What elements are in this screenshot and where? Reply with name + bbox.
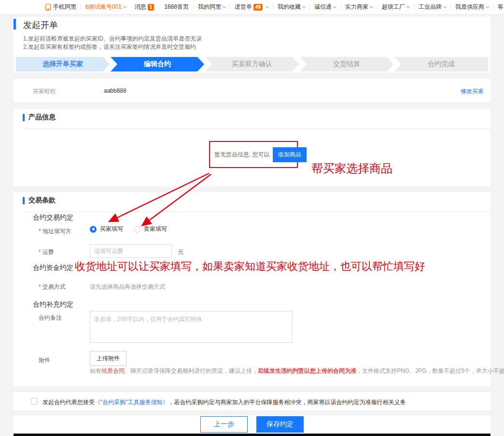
divider	[23, 128, 490, 129]
required-mark: *	[39, 228, 41, 235]
nav-link-home[interactable]: 1688首页	[160, 3, 193, 11]
instruction-line-1: 1.发起前请检查被发起的买家ID、合约事项的约定及货品清单是否无误	[23, 35, 202, 43]
bottom-black-bar	[14, 434, 490, 436]
nav-link-purchase-cart[interactable]: 进货单49	[230, 3, 273, 11]
message-count-badge: 1	[148, 4, 154, 11]
nav-link-super-factory[interactable]: 超级工厂	[378, 3, 414, 11]
nav-link-service-center[interactable]: 客服中心	[493, 3, 504, 11]
address-filler-label: *地址填写方	[39, 227, 71, 236]
radio-unselected-icon	[134, 226, 140, 233]
radio-seller-fill-label: 卖家填写	[144, 225, 167, 233]
nav-link-my-ali[interactable]: 我的阿里	[194, 3, 230, 11]
pay-method-label: *交易方式	[39, 283, 66, 291]
upload-hint-part: 如有	[90, 367, 101, 374]
chevron-down-icon	[266, 4, 269, 8]
chevron-down-icon	[333, 4, 336, 8]
fund-agreement-group-label: 合约资金约定	[33, 264, 73, 272]
nav-link-strength-merchant[interactable]: 实力商家	[341, 3, 377, 11]
annotation-address-note: 收货地址可以让买家填写，如果卖家知道买家收货地址，也可以帮忙填写好	[75, 259, 425, 274]
navbar-left-group: 手机阿里 b测试账号001 消息 1	[41, 3, 160, 11]
step-select-buyer[interactable]: 选择开单买家	[16, 57, 110, 71]
chevron-down-icon	[223, 4, 226, 8]
nav-link-favorites[interactable]: 我的收藏	[273, 3, 309, 11]
remark-label: 合约备注	[39, 314, 62, 322]
buyer-card: 买家旺旺 aabb888 修改买家	[14, 79, 490, 102]
freight-unit: 元	[178, 248, 183, 256]
title-accent-bar	[14, 19, 16, 29]
top-navbar: 手机阿里 b测试账号001 消息 1 1688首页 我的阿里 进货单49 我的收…	[0, 0, 504, 14]
nav-link-chengxintong[interactable]: 诚信通	[310, 3, 340, 11]
required-mark: *	[39, 249, 41, 255]
nav-link-supplier[interactable]: 我是供应商	[451, 3, 493, 11]
radio-buyer-fill-label: 买家填写	[100, 225, 123, 233]
annotation-select-product: 帮买家选择商品	[311, 161, 392, 176]
cart-count-badge: 49	[253, 4, 263, 11]
empty-product-text: 暂无货品信息, 您可以	[214, 151, 270, 159]
step-both-confirm: 买卖双方确认	[205, 57, 299, 71]
account-menu[interactable]: b测试账号001	[81, 3, 130, 11]
pay-method-hint: 请先选择商品再选择交易方式	[90, 283, 165, 291]
account-name: b测试账号001	[85, 3, 122, 11]
terms-section-title: 交易条款	[28, 196, 56, 205]
mobile-ali-entry[interactable]: 手机阿里	[41, 3, 81, 11]
messages-entry[interactable]: 消息 1	[130, 3, 160, 11]
contract-create-page: 手机阿里 b测试账号001 消息 1 1688首页 我的阿里 进货单49 我的收…	[0, 0, 504, 436]
chevron-down-icon	[406, 4, 410, 8]
section-accent-bar	[23, 197, 25, 204]
agreement-card: 发起合约代表您接受《"合约采购"工具服务须知》，若合约采购约定与商家加入的平台保…	[14, 392, 490, 410]
trade-agreement-group-label: 合约交易约定	[33, 213, 73, 222]
upload-hint-part: 、聊天记录等保障交易顺利进行的凭证，建议上传，	[125, 367, 258, 374]
chevron-down-icon	[370, 4, 373, 8]
required-mark: *	[39, 283, 41, 290]
upload-attachment-button[interactable]: 上传附件	[90, 351, 126, 366]
chevron-down-icon	[123, 4, 126, 8]
step-progress-bar: 选择开单买家 编辑合约 买卖双方确认 交货结算 合约完成	[16, 57, 488, 71]
upload-hint-paper-contract: 纸质合同	[101, 367, 125, 374]
chevron-down-icon	[302, 4, 306, 8]
upload-hint-part: ，文件格式支持PNG、JPG，数量不超过5个，单大小不超过20M	[356, 367, 504, 374]
buyer-wangwang-label: 买家旺旺	[33, 87, 56, 96]
section-accent-bar	[23, 114, 25, 121]
mobile-ali-label: 手机阿里	[53, 3, 76, 11]
chevron-down-icon	[486, 4, 489, 8]
address-filler-radio-group: 买家填写 卖家填写	[90, 225, 167, 233]
step-edit-contract[interactable]: 编辑合约	[111, 57, 204, 71]
instruction-line-2: 2.发起后买家有权签约或拒签，请关注买家签约情况并及时交货履约	[23, 43, 202, 51]
instructions: 1.发起前请检查被发起的买家ID、合约事项的约定及货品清单是否无误 2.发起后买…	[23, 35, 202, 51]
freight-input[interactable]	[90, 244, 172, 258]
page-title: 发起开单	[23, 19, 58, 31]
attachment-label: 附件	[39, 356, 50, 365]
product-card: 产品信息 暂无货品信息, 您可以 添加商品 帮买家选择商品	[14, 109, 490, 186]
radio-seller-fill[interactable]: 卖家填写	[134, 225, 167, 233]
step-delivery-settle: 交货结算	[300, 57, 393, 71]
agreement-suffix: ，若合约采购约定与商家加入的平台保障服务相冲突，商家将以该合约约定为准履行相关义…	[168, 399, 406, 406]
upload-hint: 如有纸质合同、聊天记录等保障交易顺利进行的凭证，建议上传，后续发生违约判责以您上…	[90, 367, 504, 375]
chevron-down-icon	[443, 4, 447, 8]
freight-label: *运费	[39, 248, 54, 256]
messages-label: 消息	[135, 3, 146, 11]
agreement-checkbox[interactable]	[31, 398, 38, 405]
add-product-button[interactable]: 添加商品	[273, 147, 307, 162]
bottom-action-bar: 上一步 保存约定	[14, 415, 490, 434]
radio-selected-icon	[90, 226, 97, 233]
product-section-title: 产品信息	[28, 113, 56, 122]
save-agreement-button[interactable]: 保存约定	[256, 416, 304, 433]
upload-hint-breach-warning: 后续发生违约判责以您上传的合同为准	[258, 367, 356, 374]
divider	[23, 211, 490, 212]
extra-agreement-group-label: 合约补充约定	[33, 300, 73, 309]
step-contract-done: 合约完成	[394, 57, 488, 71]
nav-link-industrial-brand[interactable]: 工业品牌	[414, 3, 450, 11]
agreement-text: 发起合约代表您接受《"合约采购"工具服务须知》，若合约采购约定与商家加入的平台保…	[42, 398, 406, 407]
buyer-wangwang-value: aabb888	[104, 87, 126, 94]
phone-icon	[45, 4, 51, 11]
agreement-prefix: 发起合约代表您接受	[42, 399, 95, 406]
edit-buyer-link[interactable]: 修改买家	[461, 87, 484, 96]
previous-step-button[interactable]: 上一步	[200, 416, 248, 433]
contract-remark-textarea[interactable]	[90, 311, 293, 343]
navbar-right-group: 1688首页 我的阿里 进货单49 我的收藏 诚信通 实力商家 超级工厂 工业品…	[160, 3, 504, 11]
radio-buyer-fill[interactable]: 买家填写	[90, 225, 123, 233]
terms-card: 交易条款 合约交易约定 *地址填写方 买家填写 卖家填写 *运费 元 收货地址可…	[14, 192, 490, 386]
service-notice-link[interactable]: 《"合约采购"工具服务须知》	[95, 399, 168, 406]
empty-product-highlight-box: 暂无货品信息, 您可以 添加商品	[209, 141, 298, 168]
header-card: 发起开单 1.发起前请检查被发起的买家ID、合约事项的约定及货品清单是否无误 2…	[14, 17, 490, 72]
